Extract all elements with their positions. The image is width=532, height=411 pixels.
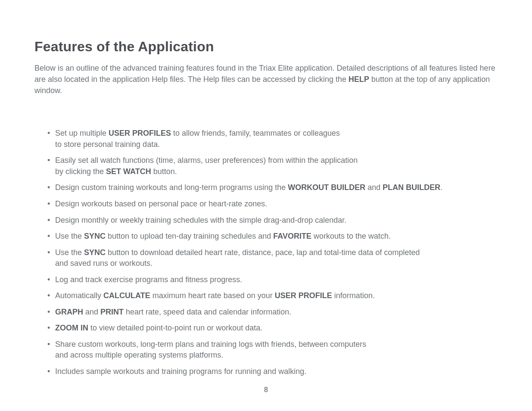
feature-item: ZOOM IN to view detailed point-to-point … — [55, 323, 490, 334]
bold-term: FAVORITE — [273, 232, 311, 240]
text-segment: Includes sample workouts and training pr… — [55, 367, 306, 376]
text-segment: Automatically — [55, 291, 103, 300]
text-segment: button. — [151, 167, 177, 176]
feature-item: Use the SYNC button to upload ten-day tr… — [55, 231, 490, 242]
page-number: 8 — [0, 386, 532, 394]
feature-item: Design monthly or weekly training schedu… — [55, 215, 490, 226]
text-segment: and — [83, 308, 100, 316]
bold-term: PLAN BUILDER — [383, 183, 440, 192]
feature-item: Log and track exercise programs and fitn… — [55, 274, 490, 286]
bold-term: HELP — [348, 75, 369, 84]
text-segment: information. — [332, 291, 375, 300]
text-segment: and — [365, 183, 383, 192]
bold-term: GRAPH — [55, 308, 83, 316]
bold-term: CALCULATE — [103, 291, 150, 300]
page-title: Features of the Application — [34, 39, 498, 55]
bold-term: SYNC — [84, 232, 106, 240]
text-segment: Share custom workouts, long-term plans a… — [55, 340, 366, 360]
text-segment: Use the — [55, 232, 84, 240]
text-segment: heart rate, speed data and calendar info… — [124, 308, 291, 316]
text-segment: Easily set all watch functions (time, al… — [55, 156, 358, 176]
feature-item: Includes sample workouts and training pr… — [55, 366, 490, 377]
text-segment: Design workouts based on personal pace o… — [55, 199, 267, 208]
feature-item: Automatically CALCULATE maximum heart ra… — [55, 290, 490, 302]
feature-item: Easily set all watch functions (time, al… — [55, 155, 490, 177]
text-segment: to view detailed point-to-point run or w… — [88, 324, 262, 332]
text-segment: button to upload ten-day training schedu… — [106, 232, 273, 240]
features-list: Set up multiple USER PROFILES to allow f… — [34, 128, 490, 377]
bold-term: ZOOM IN — [55, 324, 88, 332]
bold-term: WORKOUT BUILDER — [288, 183, 365, 192]
feature-item: Design workouts based on personal pace o… — [55, 199, 490, 210]
intro-paragraph: Below is an outline of the advanced trai… — [34, 62, 498, 96]
text-segment: . — [440, 183, 442, 192]
text-segment: Design custom training workouts and long… — [55, 183, 288, 192]
feature-item: Design custom training workouts and long… — [55, 182, 490, 193]
text-segment: Log and track exercise programs and fitn… — [55, 275, 242, 284]
feature-item: Share custom workouts, long-term plans a… — [55, 339, 490, 361]
bold-term: SET WATCH — [106, 167, 151, 176]
bold-term: SYNC — [84, 248, 106, 257]
feature-item: Use the SYNC button to download detailed… — [55, 247, 490, 269]
text-segment: Design monthly or weekly training schedu… — [55, 216, 346, 224]
feature-item: GRAPH and PRINT heart rate, speed data a… — [55, 307, 490, 318]
text-segment: maximum heart rate based on your — [150, 291, 275, 300]
document-page: Features of the Application Below is an … — [0, 0, 532, 411]
text-segment: button to download detailed heart rate, … — [55, 248, 420, 268]
text-segment: Set up multiple — [55, 129, 109, 137]
bold-term: USER PROFILES — [109, 129, 171, 137]
feature-item: Set up multiple USER PROFILES to allow f… — [55, 128, 490, 150]
text-segment: Use the — [55, 248, 84, 257]
bold-term: PRINT — [100, 308, 124, 316]
bold-term: USER PROFILE — [275, 291, 332, 300]
text-segment: workouts to the watch. — [311, 232, 391, 240]
